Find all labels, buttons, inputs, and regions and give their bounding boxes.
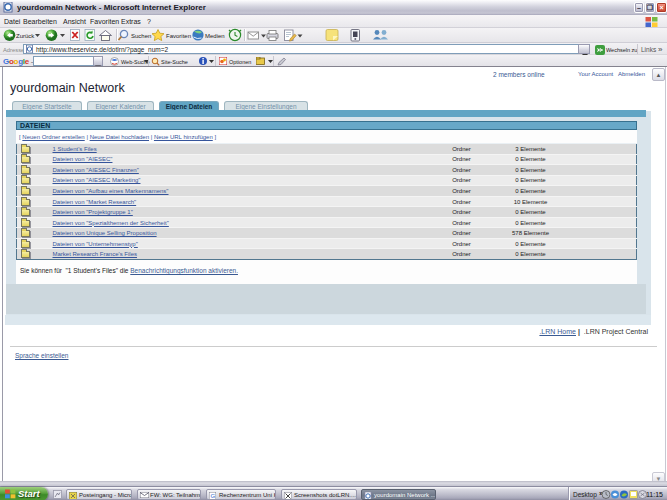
svg-text:G: G xyxy=(211,493,216,499)
